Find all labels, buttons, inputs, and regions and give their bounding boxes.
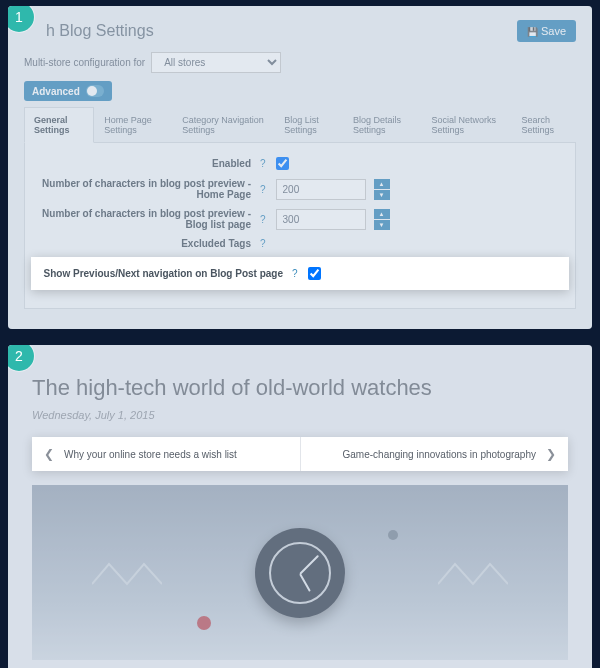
- row-chars-list: Number of characters in blog post previe…: [37, 208, 563, 230]
- help-icon[interactable]: ?: [260, 214, 266, 225]
- multistore-row: Multi-store configuration for All stores: [24, 52, 576, 73]
- prev-post-title: Why your online store needs a wish list: [64, 449, 237, 460]
- spinner: ▲ ▼: [374, 209, 390, 230]
- sphere-icon: [388, 530, 398, 540]
- save-button[interactable]: Save: [517, 20, 576, 42]
- multistore-select[interactable]: All stores: [151, 52, 281, 73]
- chars-list-stepper: ▲ ▼: [276, 209, 390, 230]
- sphere-icon: [197, 616, 211, 630]
- tab-list[interactable]: Blog List Settings: [274, 107, 343, 142]
- spin-up[interactable]: ▲: [374, 209, 390, 219]
- row-enabled: Enabled ?: [37, 157, 563, 170]
- blog-preview-panel: 2 The high-tech world of old-world watch…: [8, 345, 592, 668]
- spinner: ▲ ▼: [374, 179, 390, 200]
- help-icon[interactable]: ?: [260, 238, 266, 249]
- tab-details[interactable]: Blog Details Settings: [343, 107, 421, 142]
- chars-home-input[interactable]: [276, 179, 366, 200]
- advanced-toggle[interactable]: Advanced: [24, 81, 112, 101]
- toggle-pill: [86, 85, 104, 97]
- label-excluded: Excluded Tags: [37, 238, 257, 249]
- watch-hand: [299, 573, 311, 591]
- watch-illustration: [255, 528, 345, 618]
- next-post-link[interactable]: Game-changing innovations in photography…: [301, 437, 569, 471]
- form-area: Enabled ? Number of characters in blog p…: [24, 143, 576, 309]
- multistore-label: Multi-store configuration for: [24, 57, 145, 68]
- tab-social[interactable]: Social Networks Settings: [421, 107, 511, 142]
- zigzag-icon: [92, 559, 162, 589]
- chevron-right-icon: ❯: [546, 447, 556, 461]
- prev-next-nav: ❮ Why your online store needs a wish lis…: [32, 437, 568, 471]
- label-chars-home: Number of characters in blog post previe…: [37, 178, 257, 200]
- tab-search[interactable]: Search Settings: [511, 107, 576, 142]
- tab-category[interactable]: Category Navigation Settings: [172, 107, 274, 142]
- help-icon[interactable]: ?: [292, 268, 298, 279]
- title-bar: h Blog Settings Save: [24, 20, 576, 42]
- spin-up[interactable]: ▲: [374, 179, 390, 189]
- spin-down[interactable]: ▼: [374, 190, 390, 200]
- post-date: Wednesday, July 1, 2015: [32, 409, 568, 421]
- chars-list-input[interactable]: [276, 209, 366, 230]
- advanced-label: Advanced: [32, 86, 80, 97]
- step-badge-2: 2: [8, 345, 34, 371]
- settings-tabs: General Settings Home Page Settings Cate…: [24, 107, 576, 143]
- help-icon[interactable]: ?: [260, 184, 266, 195]
- label-chars-list: Number of characters in blog post previe…: [37, 208, 257, 230]
- enabled-checkbox[interactable]: [276, 157, 289, 170]
- prev-post-link[interactable]: ❮ Why your online store needs a wish lis…: [32, 437, 301, 471]
- row-prevnext-highlight: Show Previous/Next navigation on Blog Po…: [31, 257, 569, 290]
- post-title: The high-tech world of old-world watches: [32, 375, 568, 401]
- row-chars-home: Number of characters in blog post previe…: [37, 178, 563, 200]
- next-post-title: Game-changing innovations in photography: [343, 449, 536, 460]
- help-icon[interactable]: ?: [260, 158, 266, 169]
- tab-general[interactable]: General Settings: [24, 107, 94, 143]
- chevron-left-icon: ❮: [44, 447, 54, 461]
- prevnext-checkbox[interactable]: [308, 267, 321, 280]
- page-title: h Blog Settings: [24, 22, 154, 40]
- spin-down[interactable]: ▼: [374, 220, 390, 230]
- watch-hand: [299, 554, 319, 574]
- row-excluded: Excluded Tags ?: [37, 238, 563, 249]
- tab-home[interactable]: Home Page Settings: [94, 107, 172, 142]
- label-enabled: Enabled: [37, 158, 257, 169]
- label-prevnext: Show Previous/Next navigation on Blog Po…: [39, 268, 289, 279]
- hero-image: [32, 485, 568, 660]
- zigzag-icon: [438, 559, 508, 589]
- chars-home-stepper: ▲ ▼: [276, 179, 390, 200]
- settings-panel: 1 h Blog Settings Save Multi-store confi…: [8, 6, 592, 329]
